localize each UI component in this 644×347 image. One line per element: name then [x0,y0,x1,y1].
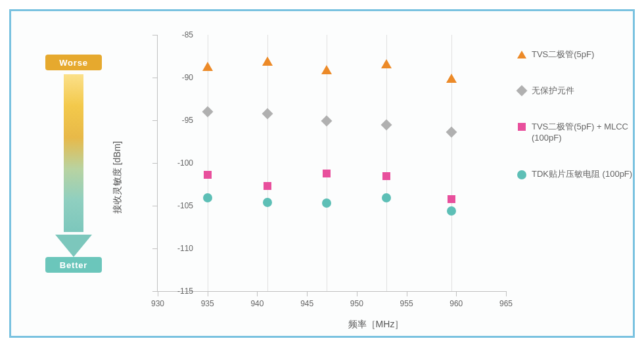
legend-label: 无保护元件 [532,85,574,97]
x-tick-label: 950 [350,299,363,308]
y-tick-label: -100 [162,158,193,168]
x-tick-label: 935 [201,299,214,308]
y-tick-label: -85 [162,30,193,39]
arrow-shaft [64,74,83,232]
square-icon [518,123,526,131]
data-point [204,171,212,179]
legend-label: TVS二极管(5pF) [532,49,594,60]
data-point [323,170,331,177]
data-point [322,198,331,208]
legend-item: TVS二极管(5pF) + MLCC (100pF) [516,122,634,144]
data-point [382,193,391,202]
legend-label: TDK贴片压敏电阻 (100pF) [532,169,632,180]
inner-card: Worse Better 接收灵敏度 [dBm] 频率［MHz］ -85-90-… [9,9,635,338]
diamond-icon [517,85,528,96]
legend-item: TVS二极管(5pF) [516,49,634,60]
arrow-head-icon [55,235,92,257]
chart: 接收灵敏度 [dBm] 频率［MHz］ -85-90-95-100-105-11… [116,23,635,332]
x-axis-label: 频率［MHz］ [348,319,404,331]
circle-icon [517,170,526,179]
legend-item: 无保护元件 [516,85,634,97]
plot-area: -85-90-95-100-105-110-115930935940945950… [157,35,506,292]
legend: TVS二极管(5pF) 无保护元件 TVS二极管(5pF) + MLCC (10… [516,49,634,179]
data-point [381,59,392,68]
x-tick-label: 945 [300,299,313,308]
x-tick-label: 960 [449,299,463,308]
x-tick-label: 930 [151,299,164,308]
triangle-icon [517,51,526,58]
y-axis-label: 接收灵敏度 [dBm] [112,141,124,214]
data-point [202,106,213,118]
x-tick-label: 965 [499,299,513,308]
data-point [446,127,457,138]
x-tick-label: 940 [250,299,264,308]
data-point [264,182,271,190]
y-tick-label: -115 [162,287,193,296]
data-point [262,57,273,66]
legend-label: TVS二极管(5pF) + MLCC (100pF) [532,122,634,144]
worse-pill: Worse [45,55,102,70]
data-point [321,65,332,74]
data-point [447,206,456,216]
data-point [448,195,455,203]
frame: Worse Better 接收灵敏度 [dBm] 频率［MHz］ -85-90-… [0,0,644,347]
legend-item: TDK贴片压敏电阻 (100pF) [516,169,634,180]
y-tick-label: -90 [162,73,193,82]
better-pill: Better [45,257,102,273]
data-point [262,108,273,119]
x-tick-label: 955 [400,299,413,308]
y-tick-label: -110 [162,244,193,253]
data-point [381,119,392,130]
data-point [382,172,390,180]
data-point [203,193,212,202]
y-tick-label: -95 [162,116,193,125]
worse-better-arrow: Worse Better [41,55,106,273]
data-point [202,62,213,71]
y-tick-label: -105 [162,201,193,210]
data-point [263,198,272,207]
data-point [446,74,457,83]
data-point [321,116,333,127]
